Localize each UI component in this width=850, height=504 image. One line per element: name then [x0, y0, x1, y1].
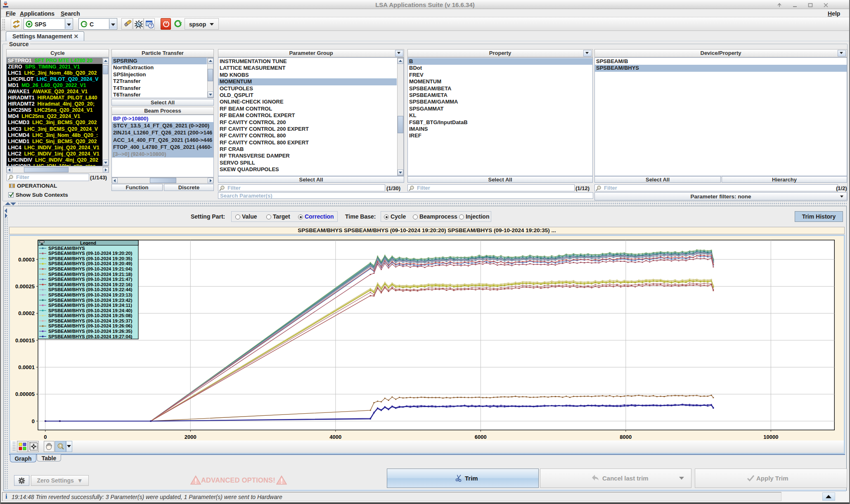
svg-text:4000: 4000: [329, 434, 341, 440]
svg-text:SPSBEAM/BHYS (09-10-2024 19:21: SPSBEAM/BHYS (09-10-2024 19:21:04): [48, 266, 133, 271]
svg-text:0.00025: 0.00025: [15, 283, 35, 290]
svg-text:SPSBEAM/BHYS (09-10-2024 19:20: SPSBEAM/BHYS (09-10-2024 19:20:35): [48, 256, 133, 261]
svg-text:0.0002: 0.0002: [18, 310, 35, 316]
svg-text:2000: 2000: [185, 434, 197, 440]
svg-text:SPSBEAM/BHYS (09-10-2024 19:23: SPSBEAM/BHYS (09-10-2024 19:23:42): [48, 298, 133, 303]
svg-text:SPSBEAM/BHYS (09-10-2024 19:22: SPSBEAM/BHYS (09-10-2024 19:22:16): [48, 282, 133, 287]
svg-text:SPSBEAM/BHYS (09-10-2024 19:22: SPSBEAM/BHYS (09-10-2024 19:22:44): [48, 287, 133, 292]
svg-text:SPSBEAM/BHYS (09-10-2024 19:26: SPSBEAM/BHYS (09-10-2024 19:26:06): [48, 323, 133, 328]
svg-text:Legend: Legend: [80, 240, 96, 245]
svg-text:SPSBEAM/BHYS (09-10-2024 19:27: SPSBEAM/BHYS (09-10-2024 19:27:04): [48, 334, 133, 339]
svg-text:0.00005: 0.00005: [15, 391, 35, 397]
svg-text:SPSBEAM/BHYS (09-10-2024 19:25: SPSBEAM/BHYS (09-10-2024 19:25:08): [48, 313, 133, 318]
svg-text:0.0001: 0.0001: [18, 364, 35, 370]
svg-text:SPSBEAM/BHYS (09-10-2024 19:24: SPSBEAM/BHYS (09-10-2024 19:24:40): [48, 308, 133, 313]
svg-text:SPSBEAM/BHYS: SPSBEAM/BHYS: [48, 246, 85, 251]
svg-text:SPSBEAM/BHYS (09-10-2024 19:21: SPSBEAM/BHYS (09-10-2024 19:21:18): [48, 272, 133, 277]
svg-text:0.0003: 0.0003: [18, 257, 35, 263]
svg-text:0.00015: 0.00015: [15, 337, 35, 344]
svg-text:SPSBEAM/BHYS (09-10-2024 19:20: SPSBEAM/BHYS (09-10-2024 19:20:20): [48, 251, 133, 256]
svg-text:SPSBEAM/BHYS (09-10-2024 19:24: SPSBEAM/BHYS (09-10-2024 19:24:11): [48, 303, 132, 308]
svg-text:SPSBEAM/BHYS (09-10-2024 19:25: SPSBEAM/BHYS (09-10-2024 19:25:37): [48, 318, 133, 323]
svg-text:0: 0: [32, 418, 35, 424]
svg-text:SPSBEAM/BHYS (09-10-2024 19:26: SPSBEAM/BHYS (09-10-2024 19:26:35): [48, 329, 133, 334]
svg-text:8000: 8000: [620, 434, 632, 440]
svg-text:SPSBEAM/BHYS (09-10-2024 19:23: SPSBEAM/BHYS (09-10-2024 19:23:13): [48, 292, 133, 297]
svg-text:6000: 6000: [475, 434, 487, 440]
svg-text:10000: 10000: [763, 434, 778, 440]
svg-text:SPSBEAM/BHYS (09-10-2024 19:20: SPSBEAM/BHYS (09-10-2024 19:20:49): [48, 261, 133, 266]
svg-text:0: 0: [44, 434, 47, 440]
svg-text:?: ?: [150, 24, 152, 28]
svg-text:SPSBEAM/BHYS (09-10-2024 19:21: SPSBEAM/BHYS (09-10-2024 19:21:47): [48, 277, 133, 282]
